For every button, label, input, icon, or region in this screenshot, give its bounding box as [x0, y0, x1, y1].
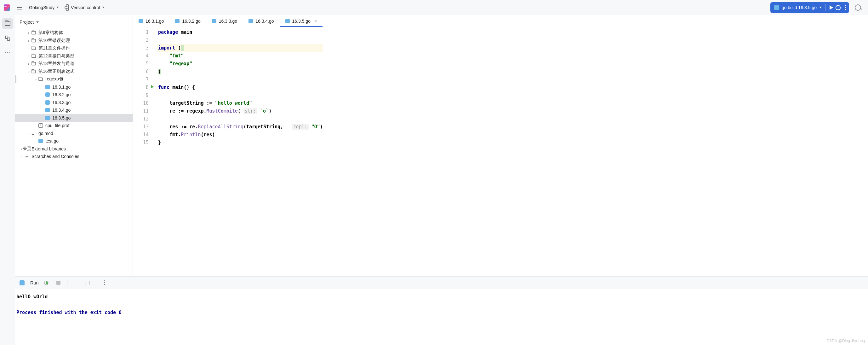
tab-label: 16.3.3.go [219, 19, 237, 24]
go-file-icon [45, 85, 51, 89]
project-panel-header[interactable]: Project [15, 15, 133, 29]
editor-code[interactable]: package main import ( "fmt" "regexp") fu… [156, 27, 323, 276]
tree-item[interactable]: 16.3.3.go [15, 99, 133, 107]
folder-icon [5, 22, 10, 26]
topbar-left: GolangStudy Version control [4, 4, 104, 11]
code-line[interactable] [157, 76, 323, 84]
tree-item[interactable]: ›≣Scratches and Consoles [15, 153, 133, 161]
tree-item[interactable]: ›第9章结构体 [15, 29, 133, 37]
console-output[interactable]: hellO wOrld Process finished with the ex… [15, 289, 868, 345]
run-gutter-icon[interactable] [151, 85, 154, 89]
tree-item[interactable]: 16.3.4.go [15, 106, 133, 114]
vcs-selector[interactable]: Version control [65, 5, 104, 10]
more-tools-button[interactable] [2, 47, 13, 58]
more-actions-button[interactable] [843, 5, 848, 10]
folder-icon [31, 31, 36, 35]
line-number: 9 [133, 91, 149, 99]
run-button[interactable] [830, 5, 833, 10]
go-file-icon [248, 19, 253, 23]
run-toolbar: Run [15, 277, 868, 289]
line-number: 14 [133, 131, 149, 139]
tree-item[interactable]: ⌄regexp包 [15, 75, 133, 83]
tree-item[interactable]: 16.3.2.go [15, 91, 133, 99]
stop-button[interactable] [56, 280, 61, 286]
tree-item-label: 16.3.2.go [52, 92, 70, 97]
left-tool-rail [0, 15, 15, 345]
code-line[interactable]: "fmt" [157, 52, 323, 60]
line-number: 12 [133, 115, 149, 123]
line-number: 11 [133, 107, 149, 115]
tree-item[interactable]: ?cpu_file.prof [15, 122, 133, 130]
editor-tab[interactable]: 16.3.1.go [133, 15, 169, 27]
run-more-button[interactable] [102, 280, 107, 286]
tree-item[interactable]: ›第12章接口与类型 [15, 52, 133, 60]
clear-button[interactable] [84, 280, 90, 286]
go-file-icon [175, 19, 180, 23]
code-line[interactable]: package main [157, 28, 323, 36]
structure-tool-button[interactable] [2, 33, 13, 44]
line-number: 10 [133, 99, 149, 107]
editor-tab[interactable]: 16.3.3.go [206, 15, 243, 27]
expander-icon[interactable]: ⌄ [27, 69, 31, 74]
code-line[interactable]: ) [157, 68, 323, 76]
tree-item-label: 第10章错误处理 [38, 38, 70, 44]
code-line[interactable]: fmt.Println(res) [157, 131, 323, 139]
tree-item[interactable]: test.go [15, 137, 133, 145]
expander-icon[interactable]: › [27, 62, 31, 66]
structure-icon [5, 36, 10, 41]
go-file-icon [774, 5, 779, 10]
expander-icon[interactable]: ⌄ [33, 77, 38, 81]
tree-item[interactable]: 16.3.1.go [15, 83, 133, 91]
tree-item[interactable]: ⌄第16章正则表达式 [15, 68, 133, 76]
run-tool-window: Run hellO wOrld Process finished with th… [15, 276, 868, 345]
ellipsis-icon [5, 52, 10, 53]
line-number: 15 [133, 139, 149, 147]
debug-button[interactable] [836, 5, 841, 10]
vcs-label: Version control [71, 5, 100, 10]
rerun-button[interactable] [44, 280, 50, 286]
expander-icon[interactable]: › [27, 54, 31, 58]
tree-item-label: Scratches and Consoles [31, 154, 80, 159]
close-tab-button[interactable]: × [314, 19, 317, 24]
file-icon: ? [38, 123, 43, 128]
code-line[interactable]: targetString := "hello world" [157, 99, 323, 107]
project-tree[interactable]: ›第9章结构体›第10章错误处理›第11章文件操作›第12章接口与类型›第13章… [15, 29, 133, 276]
code-line[interactable]: "regexp" [157, 60, 323, 68]
tree-item[interactable]: ›第13章并发与通道 [15, 60, 133, 68]
go-file-icon [45, 116, 51, 120]
main-menu-button[interactable] [16, 4, 23, 11]
code-line[interactable] [157, 91, 323, 99]
editor-tab[interactable]: 16.3.4.go [243, 15, 279, 27]
line-number: 8 [133, 84, 149, 91]
code-line[interactable]: import ( [157, 44, 323, 52]
expander-icon[interactable]: › [27, 31, 31, 35]
project-tool-button[interactable] [2, 18, 13, 29]
run-configuration[interactable]: go build 16.3.5.go [770, 2, 849, 13]
tree-item-label: 第16章正则表达式 [38, 69, 74, 75]
account-icon[interactable] [855, 4, 861, 11]
tree-item[interactable]: ›�⿷External Libraries [15, 145, 133, 153]
code-line[interactable]: func main() { [157, 84, 323, 91]
code-line[interactable] [157, 115, 323, 123]
tree-item[interactable]: ›≡go.mod [15, 130, 133, 138]
code-line[interactable]: } [157, 139, 323, 147]
tab-label: 16.3.1.go [146, 19, 164, 24]
editor-tab[interactable]: 16.3.2.go [169, 15, 206, 27]
run-config-label: go build 16.3.5.go [782, 5, 817, 10]
tree-item[interactable]: 16.3.5.go [15, 114, 133, 122]
tree-item[interactable]: ›第11章文件操作 [15, 45, 133, 52]
editor-tab[interactable]: 16.3.5.go× [280, 15, 323, 27]
expander-icon[interactable]: › [27, 132, 31, 135]
scratch-icon: ≣ [24, 154, 30, 159]
code-line[interactable]: res := re.ReplaceAllString(targetString,… [157, 123, 323, 131]
editor-body[interactable]: 123456789101112131415 package main impor… [133, 27, 868, 276]
expander-icon[interactable]: › [27, 39, 31, 42]
code-line[interactable]: re := regexp.MustCompile( str: `o`) [157, 107, 323, 115]
tree-item[interactable]: ›第10章错误处理 [15, 37, 133, 45]
export-button[interactable] [73, 280, 79, 286]
expander-icon[interactable]: › [20, 154, 24, 158]
code-line[interactable] [157, 36, 323, 44]
project-selector[interactable]: GolangStudy [29, 5, 59, 10]
chevron-down-icon [56, 7, 59, 8]
expander-icon[interactable]: › [27, 46, 31, 50]
